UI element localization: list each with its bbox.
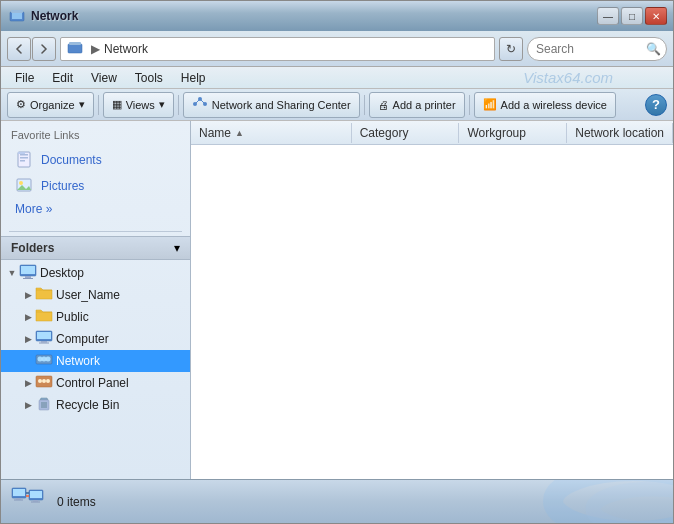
tree-item-username[interactable]: ▶ User_Name (1, 284, 190, 306)
views-button[interactable]: ▦ Views ▾ (103, 92, 174, 118)
tree-label-network: Network (56, 354, 100, 368)
menu-help[interactable]: Help (173, 69, 214, 87)
more-link[interactable]: More » (11, 199, 180, 219)
svg-rect-3 (68, 44, 82, 53)
folders-header[interactable]: Folders ▾ (1, 236, 190, 260)
organize-button[interactable]: ⚙ Organize ▾ (7, 92, 94, 118)
close-button[interactable]: ✕ (645, 7, 667, 25)
divider (9, 231, 182, 232)
menu-view[interactable]: View (83, 69, 125, 87)
organize-label: Organize (30, 99, 75, 111)
favorite-links-title: Favorite Links (11, 129, 180, 141)
svg-rect-11 (20, 154, 28, 156)
expand-recyclebin: ▶ (21, 398, 35, 412)
search-wrapper: 🔍 (527, 37, 667, 61)
forward-button[interactable] (32, 37, 56, 61)
svg-point-50 (593, 489, 673, 523)
main-content: Favorite Links Documents (1, 121, 673, 479)
expand-network (21, 354, 35, 368)
nav-buttons (7, 37, 56, 61)
address-breadcrumb-arrow: ▶ (91, 42, 100, 56)
status-icon (11, 482, 47, 521)
svg-rect-45 (33, 500, 38, 502)
refresh-icon: ↻ (506, 42, 516, 56)
expand-controlpanel: ▶ (21, 376, 35, 390)
status-bar: 0 items (1, 479, 673, 523)
documents-icon (15, 150, 35, 170)
col-header-name[interactable]: Name ▲ (191, 123, 352, 143)
expand-username: ▶ (21, 288, 35, 302)
svg-point-32 (38, 379, 42, 383)
svg-rect-4 (69, 42, 81, 45)
refresh-button[interactable]: ↻ (499, 37, 523, 61)
menu-edit[interactable]: Edit (44, 69, 81, 87)
minimize-button[interactable]: — (597, 7, 619, 25)
network-sharing-button[interactable]: Network and Sharing Center (183, 92, 360, 118)
title-bar-left: Network (9, 8, 78, 24)
file-list[interactable] (191, 145, 673, 479)
views-arrow: ▾ (159, 98, 165, 111)
pictures-icon (15, 176, 35, 196)
right-panel: Name ▲ Category Workgroup Network locati… (191, 121, 673, 479)
svg-rect-2 (12, 13, 22, 19)
tree-label-computer: Computer (56, 332, 109, 346)
tree-item-recyclebin[interactable]: ▶ Recycle Bin (1, 394, 190, 416)
back-button[interactable] (7, 37, 31, 61)
expand-public: ▶ (21, 310, 35, 324)
add-printer-button[interactable]: 🖨 Add a printer (369, 92, 465, 118)
col-header-workgroup[interactable]: Workgroup (459, 123, 567, 143)
watermark-text: Vistax64.com (523, 69, 613, 86)
svg-rect-24 (39, 343, 49, 344)
address-field[interactable]: ▶ Network (60, 37, 495, 61)
svg-point-49 (553, 479, 673, 523)
folders-tree[interactable]: ▼ Desktop ▶ (1, 260, 190, 479)
tree-item-desktop[interactable]: ▼ Desktop (1, 262, 190, 284)
maximize-button[interactable]: □ (621, 7, 643, 25)
toolbar-sep-1 (98, 95, 99, 115)
toolbar-sep-4 (469, 95, 470, 115)
menu-tools[interactable]: Tools (127, 69, 171, 87)
favorite-links: Favorite Links Documents (1, 121, 190, 227)
add-printer-icon: 🖨 (378, 99, 389, 111)
desktop-icon (19, 264, 37, 282)
fav-item-documents[interactable]: Documents (11, 147, 180, 173)
folders-title: Folders (11, 241, 54, 255)
tree-item-controlpanel[interactable]: ▶ Control Panel (1, 372, 190, 394)
status-swirl (473, 479, 673, 523)
add-wireless-button[interactable]: 📶 Add a wireless device (474, 92, 616, 118)
left-panel: Favorite Links Documents (1, 121, 191, 479)
help-button[interactable]: ? (645, 94, 667, 116)
network-sharing-icon (192, 96, 208, 114)
svg-line-8 (195, 99, 200, 104)
fav-item-pictures[interactable]: Pictures (11, 173, 180, 199)
tree-label-desktop: Desktop (40, 266, 84, 280)
col-header-netloc[interactable]: Network location (567, 123, 673, 143)
computer-icon (35, 330, 53, 348)
window-icon (9, 8, 25, 24)
add-wireless-label: Add a wireless device (501, 99, 607, 111)
add-printer-label: Add a printer (393, 99, 456, 111)
svg-rect-18 (21, 266, 35, 274)
svg-rect-12 (20, 157, 28, 159)
explorer-window: Network — □ ✕ ▶ Network (0, 0, 674, 524)
title-buttons: — □ ✕ (597, 7, 667, 25)
svg-rect-22 (37, 332, 51, 339)
organize-arrow: ▾ (79, 98, 85, 111)
svg-line-9 (200, 99, 205, 104)
address-location-icon (67, 40, 83, 57)
tree-item-public[interactable]: ▶ Public (1, 306, 190, 328)
menu-file[interactable]: File (7, 69, 42, 87)
recyclebin-icon (35, 396, 53, 414)
tree-label-public: Public (56, 310, 89, 324)
svg-rect-20 (23, 278, 33, 279)
tree-item-computer[interactable]: ▶ Computer (1, 328, 190, 350)
svg-rect-1 (11, 10, 23, 13)
svg-point-34 (46, 379, 50, 383)
col-header-category[interactable]: Category (352, 123, 460, 143)
tree-item-network[interactable]: Network (1, 350, 190, 372)
organize-icon: ⚙ (16, 98, 26, 111)
title-bar: Network — □ ✕ (1, 1, 673, 31)
svg-point-33 (42, 379, 46, 383)
network-icon (35, 352, 53, 370)
list-header: Name ▲ Category Workgroup Network locati… (191, 121, 673, 145)
